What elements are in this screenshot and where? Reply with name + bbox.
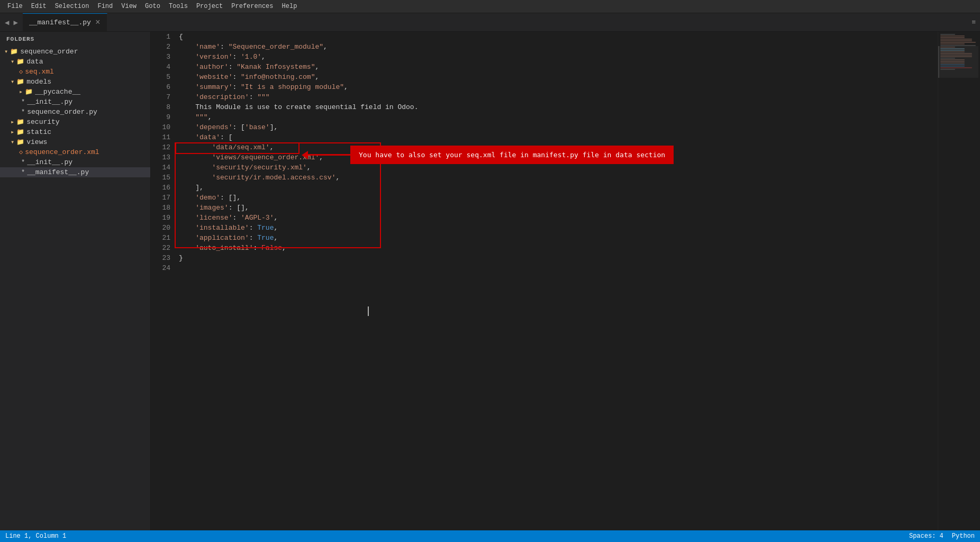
tab-more-icon: ≡ bbox=[972, 19, 976, 26]
sidebar-label-sequence-order-xml: sequence_order.xml bbox=[25, 148, 99, 156]
menu-tools[interactable]: Tools bbox=[166, 2, 191, 11]
minimap bbox=[938, 32, 980, 530]
minimap-viewport bbox=[938, 46, 978, 78]
sidebar-item-seq-xml[interactable]: ◇ seq.xml bbox=[0, 67, 150, 77]
menu-bar: File Edit Selection Find View Goto Tools… bbox=[0, 0, 980, 13]
sidebar-item-security[interactable]: ▸ 📁 security bbox=[0, 117, 150, 127]
sidebar-label-security: security bbox=[26, 118, 59, 126]
code-line-4: 'author': "Kanak Infosystems", bbox=[179, 62, 938, 72]
code-line-1: { bbox=[179, 32, 938, 42]
sidebar: FOLDERS ▾ 📁 sequence_order ▾ 📁 data ◇ se… bbox=[0, 32, 151, 530]
sidebar-item-static[interactable]: ▸ 📁 static bbox=[0, 127, 150, 137]
code-line-19: 'license': 'AGPL-3', bbox=[179, 213, 938, 223]
sidebar-label-sequence-order-py: sequence_order.py bbox=[27, 108, 97, 116]
code-line-17: 'demo': [], bbox=[179, 193, 938, 203]
sidebar-label-models: models bbox=[26, 78, 51, 86]
sidebar-item-sequence-order-py[interactable]: * sequence_order.py bbox=[0, 107, 150, 117]
tab-close-button[interactable]: × bbox=[95, 18, 101, 28]
file-icon-seq-xml: ◇ bbox=[19, 148, 23, 156]
code-line-18: 'images': [], bbox=[179, 203, 938, 213]
code-line-2: 'name': "Sequence_order_module", bbox=[179, 42, 938, 52]
folder-icon-views: 📁 bbox=[16, 138, 24, 146]
sidebar-item-init-py2[interactable]: * __init__.py bbox=[0, 157, 150, 167]
menu-find[interactable]: Find bbox=[94, 2, 116, 11]
code-line-3: 'version': '1.0', bbox=[179, 52, 938, 62]
menu-goto[interactable]: Goto bbox=[142, 2, 164, 11]
sidebar-item-sequence-order[interactable]: ▾ 📁 sequence_order bbox=[0, 47, 150, 57]
code-line-23: } bbox=[179, 253, 938, 263]
main-content: FOLDERS ▾ 📁 sequence_order ▾ 📁 data ◇ se… bbox=[0, 32, 980, 530]
code-line-5: 'website': "info@nothing.com", bbox=[179, 72, 938, 82]
sidebar-item-sequence-order-xml[interactable]: ◇ sequence_order.xml bbox=[0, 147, 150, 157]
sidebar-label-init-py2: __init__.py bbox=[27, 158, 72, 166]
asterisk-icon: * bbox=[21, 98, 25, 106]
sidebar-item-models[interactable]: ▾ 📁 models bbox=[0, 77, 150, 87]
tab-navigation: ◀ ▶ bbox=[0, 13, 23, 31]
line-numbers: 1 2 3 4 5 6 7 8 9 10 11 12 13 14 15 16 1… bbox=[151, 32, 175, 530]
menu-project[interactable]: Project bbox=[193, 2, 226, 11]
sidebar-item-data[interactable]: ▾ 📁 data bbox=[0, 57, 150, 67]
chevron-right-icon-security: ▸ bbox=[11, 118, 14, 126]
folder-icon-data: 📁 bbox=[16, 58, 24, 66]
statusbar-right: Spaces: 4 Python bbox=[909, 532, 975, 540]
tab-next-arrow[interactable]: ▶ bbox=[12, 17, 19, 28]
indent-spaces: Spaces: 4 bbox=[909, 532, 943, 540]
chevron-down-icon-views: ▾ bbox=[11, 138, 14, 146]
sidebar-item-manifest-py[interactable]: * __manifest__.py bbox=[0, 167, 150, 177]
code-line-21: 'application': True, bbox=[179, 233, 938, 243]
sidebar-label-pycache: __pycache__ bbox=[35, 88, 80, 96]
menu-edit[interactable]: Edit bbox=[28, 2, 50, 11]
chevron-right-icon-static: ▸ bbox=[11, 128, 14, 136]
sidebar-item-pycache[interactable]: ▸ 📁 __pycache__ bbox=[0, 87, 150, 97]
menu-selection[interactable]: Selection bbox=[52, 2, 93, 11]
code-line-20: 'installable': True, bbox=[179, 223, 938, 233]
chevron-down-icon-models: ▾ bbox=[11, 78, 14, 86]
menu-file[interactable]: File bbox=[4, 2, 26, 11]
code-line-6: 'summary': "It is a shopping module", bbox=[179, 82, 938, 92]
code-line-16: ], bbox=[179, 183, 938, 193]
folder-icon: 📁 bbox=[10, 48, 18, 56]
asterisk-icon-manifest: * bbox=[21, 169, 25, 176]
file-arrow-icon: ◇ bbox=[19, 68, 23, 76]
sidebar-label-sequence-order: sequence_order bbox=[20, 48, 78, 56]
sidebar-label-views: views bbox=[26, 138, 47, 146]
sidebar-item-views[interactable]: ▾ 📁 views bbox=[0, 137, 150, 147]
sidebar-label-seq-xml: seq.xml bbox=[25, 68, 54, 76]
sidebar-item-init-py[interactable]: * __init__.py bbox=[0, 97, 150, 107]
language-mode: Python bbox=[952, 532, 975, 540]
chevron-down-icon-data: ▾ bbox=[11, 58, 14, 66]
code-line-12: 'data/seq.xml', bbox=[179, 142, 938, 152]
editor-area[interactable]: 1 2 3 4 5 6 7 8 9 10 11 12 13 14 15 16 1… bbox=[151, 32, 980, 530]
code-line-14: 'security/security.xml', bbox=[179, 162, 938, 173]
code-content[interactable]: { 'name': "Sequence_order_module", 'vers… bbox=[175, 32, 938, 530]
sidebar-label-manifest-py: __manifest__.py bbox=[27, 168, 89, 176]
menu-preferences[interactable]: Preferences bbox=[228, 2, 276, 11]
chevron-down-icon: ▾ bbox=[4, 48, 8, 56]
code-line-7: 'description': """ bbox=[179, 92, 938, 102]
asterisk-icon-init2: * bbox=[21, 159, 25, 166]
folder-icon-security: 📁 bbox=[16, 118, 24, 126]
menu-help[interactable]: Help bbox=[279, 2, 301, 11]
code-line-15: 'security/ir.model.access.csv', bbox=[179, 173, 938, 183]
text-cursor bbox=[368, 306, 369, 316]
tab-more-button[interactable]: ≡ bbox=[967, 13, 980, 31]
code-line-22: 'auto_install': False, bbox=[179, 243, 938, 253]
folder-icon-static: 📁 bbox=[16, 128, 24, 136]
cursor-position: Line 1, Column 1 bbox=[5, 532, 66, 540]
code-line-13: 'views/sequence_order.xml', bbox=[179, 152, 938, 162]
chevron-right-icon-pycache: ▸ bbox=[19, 88, 23, 96]
folder-icon-pycache: 📁 bbox=[25, 88, 33, 96]
status-bar: Line 1, Column 1 Spaces: 4 Python bbox=[0, 530, 980, 542]
tab-label: __manifest__.py bbox=[29, 19, 91, 26]
tab-manifest-py[interactable]: __manifest__.py × bbox=[23, 13, 107, 31]
sidebar-label-static: static bbox=[26, 128, 51, 136]
code-line-24 bbox=[179, 263, 938, 273]
code-line-8: This Module is use to create sequential … bbox=[179, 102, 938, 112]
sidebar-label-init-py: __init__.py bbox=[27, 98, 72, 106]
code-line-10: 'depends': ['base'], bbox=[179, 122, 938, 132]
menu-view[interactable]: View bbox=[118, 2, 140, 11]
editor-content: 1 2 3 4 5 6 7 8 9 10 11 12 13 14 15 16 1… bbox=[151, 32, 980, 530]
folder-icon-models: 📁 bbox=[16, 78, 24, 86]
tab-prev-arrow[interactable]: ◀ bbox=[3, 17, 11, 28]
asterisk-icon-seq: * bbox=[21, 109, 25, 116]
